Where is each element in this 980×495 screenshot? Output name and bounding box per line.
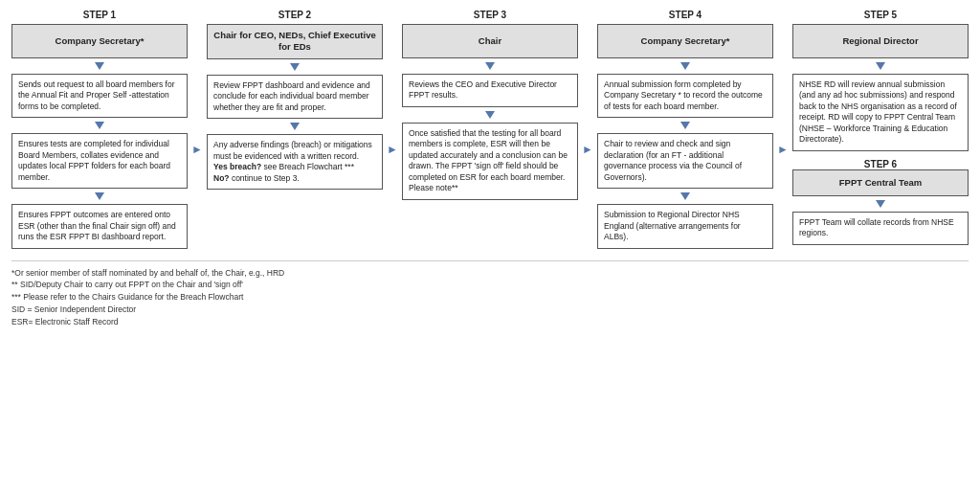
step3-col: STEP 3 Chair Reviews the CEO and Executi… [402,10,578,249]
step4-box2: Chair to review and check and sign decla… [597,133,773,189]
step6-header: FPPT Central Team [792,169,969,196]
step4-arrow3 [680,192,690,200]
step3-header: Chair [402,24,578,58]
footnote-4: SID = Senior Independent Director [11,304,969,316]
step2-arrow1 [290,63,300,71]
step3-arrow2 [485,111,495,119]
step6-arrow [876,200,885,208]
step1-box3: Ensures FPPT outcomes are entered onto E… [11,204,188,248]
step2-header: Chair for CEO, NEDs, Chief Executive for… [207,24,383,59]
step4-arrow2 [680,122,690,129]
step1-box1: Sends out request to all board members f… [11,74,188,118]
step1-arrow1 [95,62,104,70]
arrow-3-4: ► [584,10,591,249]
step3-arrow1 [485,62,495,70]
step5-content: NHSE RD will review annual submission (a… [792,74,969,151]
step5-arrow1 [876,62,885,70]
step5-col: STEP 5 Regional Director NHSE RD will re… [792,10,969,249]
step1-arrow3 [95,192,104,200]
arrow-2-3: ► [389,10,396,249]
step4-header: Company Secretary* [597,24,773,58]
step6-content: FPPT Team will collate records from NHSE… [792,212,969,245]
flow-container: STEP 1 Company Secretary* Sends out requ… [11,10,969,249]
step4-label: STEP 4 [669,10,702,20]
arrow-4-5: ► [779,10,787,249]
step6-label: STEP 6 [792,159,969,169]
step2-col: STEP 2 Chair for CEO, NEDs, Chief Execut… [207,10,383,249]
footnote-5: ESR= Electronic Staff Record [11,316,969,328]
step3-box1: Reviews the CEO and Executive Director F… [402,74,578,107]
step4-box3: Submission to Regional Director NHS Engl… [597,204,773,248]
step1-header: Company Secretary* [11,24,188,58]
footnote-1: *Or senior member of staff nominated by … [11,267,969,280]
step5-label: STEP 5 [864,10,897,20]
step3-box2: Once satisfied that the testing for all … [402,123,578,200]
step1-box2: Ensures tests are completed for individu… [11,133,188,189]
step2-arrow2 [290,123,300,130]
step4-arrow1 [680,62,690,70]
step2-box2: Any adverse findings (breach) or mitigat… [207,134,383,190]
step1-col: STEP 1 Company Secretary* Sends out requ… [11,10,188,249]
step2-label: STEP 2 [278,10,311,20]
footnote-2: ** SID/Deputy Chair to carry out FPPT on… [11,279,969,291]
arrow-1-2: ► [193,10,201,249]
step5-header: Regional Director [792,24,969,58]
step2-box1: Review FPPT dashboard and evidence and c… [207,75,383,119]
footnotes: *Or senior member of staff nominated by … [11,260,969,328]
step4-col: STEP 4 Company Secretary* Annual submiss… [597,10,773,249]
step3-label: STEP 3 [474,10,506,20]
footnote-3: *** Please refer to the Chairs Guidance … [11,291,969,304]
step4-box1: Annual submission form completed by Comp… [597,74,773,118]
step1-arrow2 [95,122,104,129]
step1-label: STEP 1 [83,10,116,20]
